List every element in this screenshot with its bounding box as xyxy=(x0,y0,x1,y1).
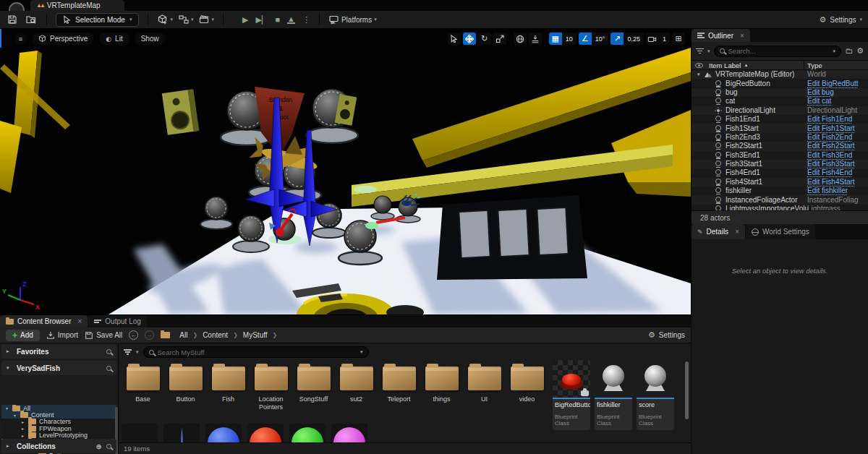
actor-type-cell[interactable]: Edit bug xyxy=(807,88,865,97)
blueprints-dropdown[interactable]: ▾ xyxy=(179,14,194,25)
outliner-search-field[interactable]: ▾ xyxy=(714,46,842,57)
save-all-button[interactable]: Save All xyxy=(85,331,122,340)
world-coordinate-button[interactable] xyxy=(514,33,527,45)
browse-content-button[interactable] xyxy=(25,13,38,26)
actor-type-cell[interactable]: Edit Fish4Start xyxy=(807,178,865,187)
actor-type-cell[interactable]: Edit Fish4End xyxy=(807,168,865,177)
back-button[interactable]: ← xyxy=(129,330,138,340)
outliner-row[interactable]: Fish3Start1 Edit Fish3Start xyxy=(692,160,868,168)
import-button[interactable]: Import xyxy=(46,331,78,340)
scale-snap-toggle[interactable]: ↗ xyxy=(610,33,624,45)
outliner-row[interactable]: InstancedFoliageActor InstancedFoliag xyxy=(692,195,868,204)
outliner-row[interactable]: Fish1End1 Edit Fish1End xyxy=(692,115,868,124)
surface-snapping-button[interactable] xyxy=(529,33,542,45)
outliner-search-input[interactable] xyxy=(728,47,830,55)
actor-type-cell[interactable]: Edit BigRedButt xyxy=(807,80,865,88)
close-icon[interactable]: × xyxy=(77,317,82,325)
outliner-row[interactable]: LightmassImportanceVolume Lightmass xyxy=(692,205,868,210)
chevron-down-icon[interactable]: ▾ xyxy=(136,349,139,355)
expander-arrow[interactable]: ▸ xyxy=(22,426,28,431)
actor-type-cell[interactable]: Lightmass xyxy=(807,205,865,210)
favorites-section-header[interactable]: ▸ Favorites xyxy=(1,344,116,359)
folder-tile[interactable]: Base xyxy=(122,360,164,411)
camera-speed-button[interactable] xyxy=(646,33,659,45)
type-column[interactable]: Type xyxy=(807,61,822,69)
expander-arrow[interactable]: ▾ xyxy=(6,406,12,411)
eject-button[interactable]: ▲ xyxy=(287,16,295,24)
frame-skip-button[interactable]: ▶▏ xyxy=(255,15,268,25)
source-section-header[interactable]: ▾ VerySadFish xyxy=(1,361,116,375)
rotate-tool-button[interactable]: ↻ xyxy=(478,33,491,45)
outliner-row[interactable]: Fish4End1 Edit Fish4End xyxy=(692,168,868,177)
level-tab[interactable]: ▲▲ VRTemplateMap xyxy=(30,0,124,11)
outliner-row[interactable]: BigRedButton Edit BigRedButt xyxy=(692,79,868,87)
folder-tile[interactable]: sut2 xyxy=(335,360,378,411)
asset-thumbnail[interactable] xyxy=(289,424,326,442)
breadcrumb-item[interactable]: Content xyxy=(203,331,228,339)
folder-tile[interactable]: SongStuff xyxy=(292,360,335,411)
tree-item[interactable]: ▸ LevelPrototyping xyxy=(1,432,116,439)
folder-tile[interactable]: UI xyxy=(463,360,506,411)
expander-arrow[interactable]: ▸ xyxy=(7,348,12,354)
add-collection-icon[interactable]: ⊕ xyxy=(96,442,102,450)
asset-thumbnail[interactable] xyxy=(205,424,242,442)
asset-thumbnail[interactable] xyxy=(122,424,158,442)
tab-world-settings[interactable]: World Settings xyxy=(746,224,815,239)
actor-type-cell[interactable]: World xyxy=(807,70,865,79)
folder-tile[interactable]: Fish xyxy=(207,360,250,411)
asset-search-field[interactable]: ▾ xyxy=(143,346,369,358)
platforms-dropdown[interactable]: Platforms ▾ xyxy=(328,14,377,25)
viewport-menu-button[interactable]: ≡ xyxy=(14,33,27,45)
asset-tile[interactable]: score Blueprint Class xyxy=(637,360,674,430)
asset-thumbnail[interactable] xyxy=(247,424,284,442)
folder-tile[interactable]: Teleport xyxy=(378,360,420,411)
breadcrumb-item[interactable]: All xyxy=(179,331,187,339)
add-actor-dropdown[interactable]: ▾ xyxy=(157,14,173,25)
folder-tile[interactable]: things xyxy=(420,360,463,411)
expander-arrow[interactable]: ▾ xyxy=(14,413,20,418)
show-dropdown[interactable]: Show xyxy=(135,33,166,45)
filter-icon[interactable] xyxy=(124,348,132,356)
tree-item[interactable]: ▾ All xyxy=(1,405,116,411)
asset-tile[interactable]: fishkiller Blueprint Class xyxy=(595,360,632,430)
new-folder-icon[interactable]: 🗀 xyxy=(845,46,853,56)
expander-arrow[interactable]: ▸ xyxy=(22,433,28,438)
save-button[interactable] xyxy=(6,13,19,26)
asset-tile[interactable]: BigRedButton Blueprint Class xyxy=(553,360,590,430)
close-icon[interactable]: × xyxy=(735,228,739,236)
outliner-row[interactable]: Fish1Start Edit Fish1Start xyxy=(692,124,868,132)
actor-type-cell[interactable]: InstancedFoliag xyxy=(807,196,865,205)
actor-type-cell[interactable]: Edit cat xyxy=(807,97,865,106)
asset-search-input[interactable] xyxy=(158,348,357,356)
viewport-layout-button[interactable]: ⊞ xyxy=(672,33,685,45)
outliner-row[interactable]: ▾ VRTemplateMap (Editor) World xyxy=(692,70,868,79)
actor-type-cell[interactable]: Edit Fish3End xyxy=(807,151,865,160)
add-button[interactable]: + Add xyxy=(6,330,40,341)
content-browser-settings-button[interactable]: ⚙ Settings xyxy=(648,330,685,340)
gear-icon[interactable]: ⚙ xyxy=(856,46,864,56)
selection-mode-dropdown[interactable]: Selection Mode ▾ xyxy=(56,13,139,27)
outliner-row[interactable]: Fish2End3 Edit Fish2End xyxy=(692,133,868,142)
close-icon[interactable]: × xyxy=(740,32,744,40)
move-tool-button[interactable] xyxy=(463,33,476,45)
folder-tile[interactable]: video xyxy=(506,360,548,411)
actor-type-cell[interactable]: Edit fishkiller xyxy=(807,187,865,195)
actor-type-cell[interactable]: Edit Fish2End xyxy=(807,133,865,142)
perspective-dropdown[interactable]: Perspective xyxy=(32,33,94,45)
search-icon[interactable] xyxy=(106,444,111,449)
asset-grid-scrollbar[interactable] xyxy=(685,361,689,419)
outliner-row[interactable]: Fish4Start1 Edit Fish4Start xyxy=(692,178,868,187)
outliner-row[interactable]: fishkiller Edit fishkiller xyxy=(692,187,868,195)
actor-type-cell[interactable]: Edit Fish1Start xyxy=(807,124,865,133)
outliner-row[interactable]: bug Edit bug xyxy=(692,88,868,97)
filter-icon[interactable] xyxy=(696,47,704,55)
tab-output-log[interactable]: Output Log xyxy=(88,315,146,327)
asset-thumbnail[interactable] xyxy=(163,424,200,442)
chevron-down-icon[interactable]: ▾ xyxy=(707,48,710,54)
tree-item[interactable]: ▸ FPWeapon xyxy=(1,425,116,432)
grid-snap-value[interactable]: 10 xyxy=(562,33,576,45)
outliner-row[interactable]: cat Edit cat xyxy=(692,97,868,106)
rotation-snap-value[interactable]: 10° xyxy=(592,33,609,45)
actor-type-cell[interactable]: Edit Fish2Start xyxy=(807,142,865,150)
forward-button[interactable]: → xyxy=(145,330,154,340)
